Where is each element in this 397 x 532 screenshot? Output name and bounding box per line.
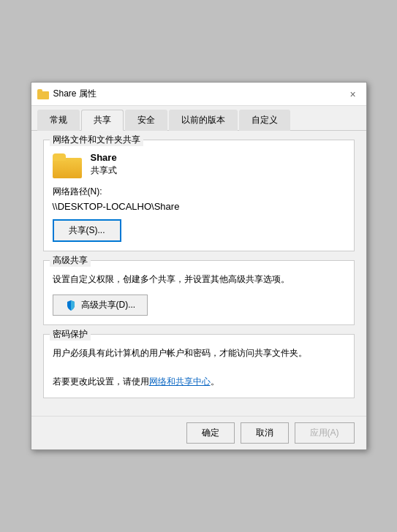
advanced-section-label: 高级共享 (50, 254, 91, 267)
tab-share[interactable]: 共享 (81, 110, 124, 131)
share-info: Share 共享式 (53, 152, 345, 178)
close-button[interactable]: × (346, 87, 360, 102)
ok-button[interactable]: 确定 (186, 422, 235, 444)
apply-button[interactable]: 应用(A) (295, 422, 355, 444)
title-bar-left: Share 属性 (37, 88, 97, 100)
title-folder-icon (37, 89, 49, 99)
advanced-sharing-button[interactable]: 高级共享(D)... (53, 294, 148, 316)
advanced-button-label: 高级共享(D)... (81, 299, 136, 311)
dialog-title: Share 属性 (53, 88, 97, 100)
password-description: 用户必须具有此计算机的用户帐户和密码，才能访问共享文件夹。 若要更改此设置，请使… (53, 346, 345, 389)
tab-customize[interactable]: 自定义 (239, 110, 290, 131)
network-sharing-section: 网络文件和文件夹共享 Share 共享式 网络路径(N): \\DESKTOP-… (43, 140, 355, 251)
tab-security[interactable]: 安全 (125, 110, 167, 131)
title-bar: Share 属性 × (31, 83, 366, 106)
password-desc-line1: 用户必须具有此计算机的用户帐户和密码，才能访问共享文件夹。 (53, 346, 345, 360)
network-section-label: 网络文件和文件夹共享 (50, 134, 143, 146)
share-details: Share 共享式 (91, 152, 117, 177)
password-desc-end: 。 (211, 376, 219, 387)
share-name: Share (91, 152, 117, 163)
tab-content: 网络文件和文件夹共享 Share 共享式 网络路径(N): \\DESKTOP-… (31, 131, 366, 416)
network-sharing-center-link[interactable]: 网络和共享中心 (149, 376, 211, 387)
cancel-button[interactable]: 取消 (241, 422, 289, 444)
share-type: 共享式 (91, 164, 117, 177)
shield-icon (65, 300, 77, 311)
password-desc-line2: 若要更改此设置，请使用网络和共享中心。 (53, 375, 345, 389)
password-section-label: 密码保护 (50, 328, 91, 341)
tab-general[interactable]: 常规 (37, 110, 80, 131)
password-desc-text2: 若要更改此设置，请使用 (53, 376, 149, 387)
network-path-label: 网络路径(N): (53, 186, 345, 198)
network-path-value: \\DESKTOP-LOCALHO\Share (53, 201, 345, 212)
properties-dialog: Share 属性 × 常规 共享 安全 以前的版本 自定义 网络文件和文件夹共享… (31, 82, 367, 450)
tab-previous-versions[interactable]: 以前的版本 (169, 110, 238, 131)
advanced-sharing-section: 高级共享 设置自定义权限，创建多个共享，并设置其他高级共享选项。 高级共享(D)… (43, 260, 355, 325)
tab-bar: 常规 共享 安全 以前的版本 自定义 (31, 106, 366, 131)
advanced-description: 设置自定义权限，创建多个共享，并设置其他高级共享选项。 (53, 273, 345, 286)
folder-icon-large (53, 153, 82, 178)
share-button[interactable]: 共享(S)... (53, 219, 121, 242)
password-protection-section: 密码保护 用户必须具有此计算机的用户帐户和密码，才能访问共享文件夹。 若要更改此… (43, 334, 355, 398)
dialog-footer: 确定 取消 应用(A) (31, 416, 366, 449)
